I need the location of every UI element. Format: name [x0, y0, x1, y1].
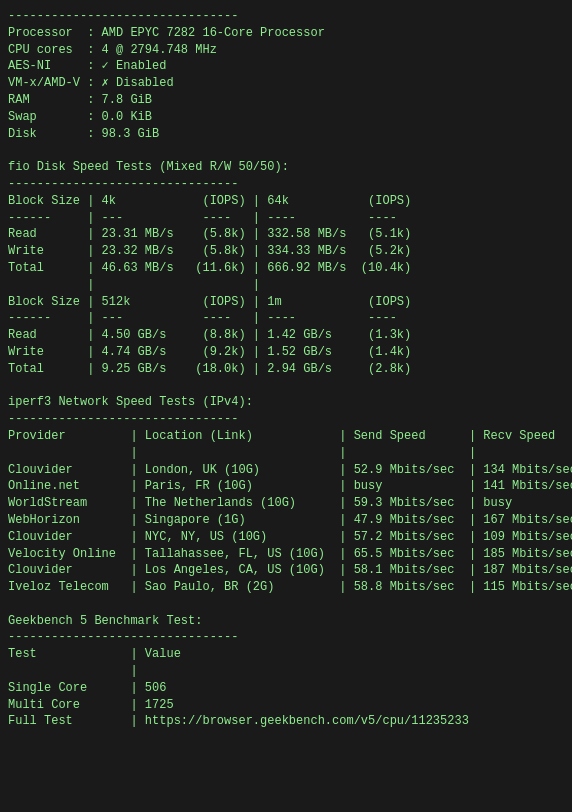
terminal-output: -------------------------------- Process…: [8, 8, 564, 730]
terminal-text: -------------------------------- Process…: [8, 8, 564, 730]
